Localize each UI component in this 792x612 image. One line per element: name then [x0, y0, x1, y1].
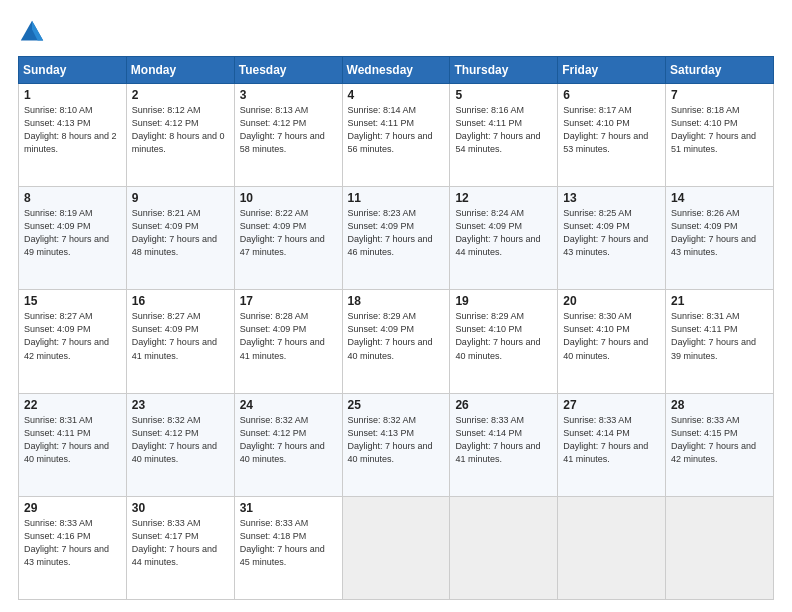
day-number: 30	[132, 501, 229, 515]
day-number: 7	[671, 88, 768, 102]
day-cell-12: 12Sunrise: 8:24 AMSunset: 4:09 PMDayligh…	[450, 187, 558, 290]
day-info: Sunrise: 8:33 AMSunset: 4:18 PMDaylight:…	[240, 517, 337, 569]
day-cell-5: 5Sunrise: 8:16 AMSunset: 4:11 PMDaylight…	[450, 84, 558, 187]
day-cell-21: 21Sunrise: 8:31 AMSunset: 4:11 PMDayligh…	[666, 290, 774, 393]
day-number: 9	[132, 191, 229, 205]
day-number: 8	[24, 191, 121, 205]
day-info: Sunrise: 8:28 AMSunset: 4:09 PMDaylight:…	[240, 310, 337, 362]
day-info: Sunrise: 8:22 AMSunset: 4:09 PMDaylight:…	[240, 207, 337, 259]
day-number: 22	[24, 398, 121, 412]
day-info: Sunrise: 8:13 AMSunset: 4:12 PMDaylight:…	[240, 104, 337, 156]
day-cell-6: 6Sunrise: 8:17 AMSunset: 4:10 PMDaylight…	[558, 84, 666, 187]
day-number: 16	[132, 294, 229, 308]
day-cell-10: 10Sunrise: 8:22 AMSunset: 4:09 PMDayligh…	[234, 187, 342, 290]
day-number: 19	[455, 294, 552, 308]
day-cell-20: 20Sunrise: 8:30 AMSunset: 4:10 PMDayligh…	[558, 290, 666, 393]
weekday-header-sunday: Sunday	[19, 57, 127, 84]
day-number: 13	[563, 191, 660, 205]
week-row-2: 8Sunrise: 8:19 AMSunset: 4:09 PMDaylight…	[19, 187, 774, 290]
day-cell-8: 8Sunrise: 8:19 AMSunset: 4:09 PMDaylight…	[19, 187, 127, 290]
day-number: 24	[240, 398, 337, 412]
day-cell-4: 4Sunrise: 8:14 AMSunset: 4:11 PMDaylight…	[342, 84, 450, 187]
day-number: 28	[671, 398, 768, 412]
day-info: Sunrise: 8:32 AMSunset: 4:12 PMDaylight:…	[132, 414, 229, 466]
day-info: Sunrise: 8:31 AMSunset: 4:11 PMDaylight:…	[671, 310, 768, 362]
weekday-header-friday: Friday	[558, 57, 666, 84]
day-number: 12	[455, 191, 552, 205]
week-row-3: 15Sunrise: 8:27 AMSunset: 4:09 PMDayligh…	[19, 290, 774, 393]
day-number: 1	[24, 88, 121, 102]
day-cell-28: 28Sunrise: 8:33 AMSunset: 4:15 PMDayligh…	[666, 393, 774, 496]
day-cell-26: 26Sunrise: 8:33 AMSunset: 4:14 PMDayligh…	[450, 393, 558, 496]
empty-cell	[342, 496, 450, 599]
day-number: 25	[348, 398, 445, 412]
day-info: Sunrise: 8:25 AMSunset: 4:09 PMDaylight:…	[563, 207, 660, 259]
day-cell-27: 27Sunrise: 8:33 AMSunset: 4:14 PMDayligh…	[558, 393, 666, 496]
day-number: 31	[240, 501, 337, 515]
day-info: Sunrise: 8:33 AMSunset: 4:17 PMDaylight:…	[132, 517, 229, 569]
empty-cell	[558, 496, 666, 599]
calendar-table: SundayMondayTuesdayWednesdayThursdayFrid…	[18, 56, 774, 600]
day-info: Sunrise: 8:31 AMSunset: 4:11 PMDaylight:…	[24, 414, 121, 466]
day-number: 21	[671, 294, 768, 308]
day-cell-19: 19Sunrise: 8:29 AMSunset: 4:10 PMDayligh…	[450, 290, 558, 393]
day-info: Sunrise: 8:21 AMSunset: 4:09 PMDaylight:…	[132, 207, 229, 259]
day-cell-15: 15Sunrise: 8:27 AMSunset: 4:09 PMDayligh…	[19, 290, 127, 393]
day-cell-3: 3Sunrise: 8:13 AMSunset: 4:12 PMDaylight…	[234, 84, 342, 187]
day-number: 17	[240, 294, 337, 308]
day-info: Sunrise: 8:16 AMSunset: 4:11 PMDaylight:…	[455, 104, 552, 156]
weekday-header-saturday: Saturday	[666, 57, 774, 84]
day-info: Sunrise: 8:32 AMSunset: 4:12 PMDaylight:…	[240, 414, 337, 466]
day-number: 11	[348, 191, 445, 205]
day-number: 18	[348, 294, 445, 308]
logo-icon	[18, 18, 46, 46]
day-info: Sunrise: 8:33 AMSunset: 4:14 PMDaylight:…	[563, 414, 660, 466]
day-number: 5	[455, 88, 552, 102]
day-cell-23: 23Sunrise: 8:32 AMSunset: 4:12 PMDayligh…	[126, 393, 234, 496]
day-info: Sunrise: 8:27 AMSunset: 4:09 PMDaylight:…	[24, 310, 121, 362]
day-info: Sunrise: 8:27 AMSunset: 4:09 PMDaylight:…	[132, 310, 229, 362]
day-cell-9: 9Sunrise: 8:21 AMSunset: 4:09 PMDaylight…	[126, 187, 234, 290]
week-row-4: 22Sunrise: 8:31 AMSunset: 4:11 PMDayligh…	[19, 393, 774, 496]
logo	[18, 18, 50, 46]
day-info: Sunrise: 8:32 AMSunset: 4:13 PMDaylight:…	[348, 414, 445, 466]
weekday-header-tuesday: Tuesday	[234, 57, 342, 84]
day-number: 26	[455, 398, 552, 412]
day-info: Sunrise: 8:29 AMSunset: 4:10 PMDaylight:…	[455, 310, 552, 362]
day-cell-11: 11Sunrise: 8:23 AMSunset: 4:09 PMDayligh…	[342, 187, 450, 290]
day-cell-13: 13Sunrise: 8:25 AMSunset: 4:09 PMDayligh…	[558, 187, 666, 290]
day-info: Sunrise: 8:10 AMSunset: 4:13 PMDaylight:…	[24, 104, 121, 156]
day-number: 2	[132, 88, 229, 102]
weekday-header-thursday: Thursday	[450, 57, 558, 84]
day-info: Sunrise: 8:30 AMSunset: 4:10 PMDaylight:…	[563, 310, 660, 362]
day-info: Sunrise: 8:24 AMSunset: 4:09 PMDaylight:…	[455, 207, 552, 259]
day-number: 15	[24, 294, 121, 308]
empty-cell	[450, 496, 558, 599]
day-number: 27	[563, 398, 660, 412]
day-info: Sunrise: 8:33 AMSunset: 4:14 PMDaylight:…	[455, 414, 552, 466]
day-cell-7: 7Sunrise: 8:18 AMSunset: 4:10 PMDaylight…	[666, 84, 774, 187]
day-info: Sunrise: 8:19 AMSunset: 4:09 PMDaylight:…	[24, 207, 121, 259]
day-cell-16: 16Sunrise: 8:27 AMSunset: 4:09 PMDayligh…	[126, 290, 234, 393]
week-row-5: 29Sunrise: 8:33 AMSunset: 4:16 PMDayligh…	[19, 496, 774, 599]
day-cell-1: 1Sunrise: 8:10 AMSunset: 4:13 PMDaylight…	[19, 84, 127, 187]
day-cell-25: 25Sunrise: 8:32 AMSunset: 4:13 PMDayligh…	[342, 393, 450, 496]
day-info: Sunrise: 8:26 AMSunset: 4:09 PMDaylight:…	[671, 207, 768, 259]
header	[18, 18, 774, 46]
day-info: Sunrise: 8:18 AMSunset: 4:10 PMDaylight:…	[671, 104, 768, 156]
weekday-header-wednesday: Wednesday	[342, 57, 450, 84]
day-info: Sunrise: 8:23 AMSunset: 4:09 PMDaylight:…	[348, 207, 445, 259]
day-cell-24: 24Sunrise: 8:32 AMSunset: 4:12 PMDayligh…	[234, 393, 342, 496]
day-info: Sunrise: 8:33 AMSunset: 4:16 PMDaylight:…	[24, 517, 121, 569]
day-number: 10	[240, 191, 337, 205]
day-cell-2: 2Sunrise: 8:12 AMSunset: 4:12 PMDaylight…	[126, 84, 234, 187]
day-number: 23	[132, 398, 229, 412]
day-number: 20	[563, 294, 660, 308]
day-info: Sunrise: 8:12 AMSunset: 4:12 PMDaylight:…	[132, 104, 229, 156]
day-number: 6	[563, 88, 660, 102]
day-number: 14	[671, 191, 768, 205]
empty-cell	[666, 496, 774, 599]
day-number: 3	[240, 88, 337, 102]
day-cell-17: 17Sunrise: 8:28 AMSunset: 4:09 PMDayligh…	[234, 290, 342, 393]
day-cell-29: 29Sunrise: 8:33 AMSunset: 4:16 PMDayligh…	[19, 496, 127, 599]
